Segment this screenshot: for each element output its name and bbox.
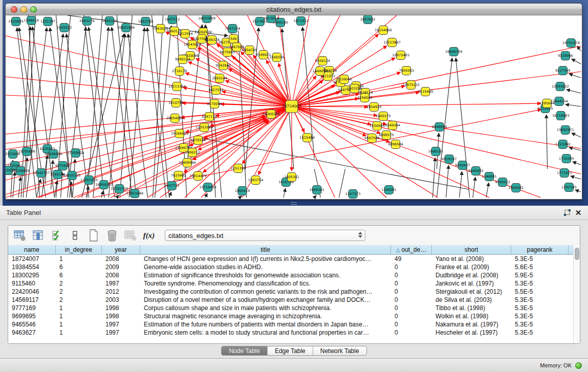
graph-node[interactable]: 16033809	[198, 15, 215, 23]
cell-in_degree[interactable]: 6	[56, 272, 102, 279]
rows-button[interactable]	[69, 229, 82, 242]
cell-short[interactable]: Hescheler et al. (1997)	[432, 329, 511, 336]
select-all-button[interactable]	[50, 229, 63, 242]
cell-in_degree[interactable]: 1	[56, 304, 102, 312]
cell-in_degree[interactable]: 2	[56, 280, 102, 287]
graph-node[interactable]: 8549304	[385, 121, 400, 130]
column-header-title[interactable]: title	[140, 245, 391, 254]
cell-title[interactable]: Investigating the contribution of common…	[140, 288, 391, 295]
cell-short[interactable]: Dudbridge et al. (2008)	[432, 272, 511, 279]
table-row[interactable]: 2242004622012Investigating the contribut…	[8, 288, 573, 296]
table-row[interactable]: 911546021997Tourette syndrome. Phenomeno…	[8, 279, 573, 288]
cell-out_de[interactable]: 0	[391, 296, 432, 303]
graph-node[interactable]: 15716485	[199, 183, 216, 192]
cell-pagerank[interactable]: 5.3E-5	[511, 304, 569, 312]
cell-out_de[interactable]: 0	[391, 313, 432, 320]
table-row[interactable]: 1872400712008Changes of HCN gene express…	[8, 255, 573, 263]
cell-title[interactable]: Structural magnetic resonance image aver…	[140, 313, 391, 320]
graph-node[interactable]: 15692971	[557, 126, 574, 135]
table-row[interactable]: 1830029562008Estimation of significance …	[8, 271, 573, 279]
cell-short[interactable]: Nakamura et al. (1997)	[432, 321, 511, 328]
graph-node[interactable]: 12342757	[32, 169, 50, 178]
cell-title[interactable]: Estimation of significance thresholds fo…	[140, 272, 391, 279]
cell-short[interactable]: Stergiakouli et al. (2012)	[432, 288, 511, 295]
column-header-short[interactable]: short	[432, 245, 511, 254]
cell-year[interactable]: 1998	[102, 313, 140, 320]
cell-title[interactable]: Corpus callosum shape and size in male p…	[140, 304, 391, 312]
graph-node[interactable]: 1245091	[381, 186, 397, 194]
delete-table-button[interactable]	[105, 229, 119, 242]
cell-out_de[interactable]: 0	[391, 272, 432, 279]
graph-node[interactable]: 1548418	[24, 16, 39, 25]
cell-short[interactable]: Jankovic et al. (1997)	[432, 280, 511, 287]
cell-out_de[interactable]: 49	[391, 255, 432, 262]
graph-node[interactable]: 1604382	[509, 184, 524, 192]
graph-node[interactable]: 1247573	[345, 190, 361, 199]
graph-node[interactable]: 12213967	[383, 38, 401, 47]
cell-short[interactable]: Yano et al. (2008)	[432, 255, 511, 262]
table-row[interactable]: 969969511998Structural magnetic resonanc…	[8, 312, 573, 320]
function-builder-button[interactable]: f(x)	[142, 229, 156, 242]
cell-out_de[interactable]: 0	[391, 329, 432, 336]
cell-name[interactable]: 19384554	[8, 264, 56, 271]
graph-node[interactable]: 9227349	[555, 67, 571, 75]
graph-node[interactable]: 7485063	[399, 67, 414, 75]
graph-node[interactable]: 19654985	[166, 114, 184, 123]
graph-node[interactable]: 1071912	[293, 17, 309, 26]
graph-node[interactable]: 1710345	[559, 155, 574, 163]
cell-out_de[interactable]: 0	[391, 280, 432, 287]
cell-year[interactable]: 2008	[102, 255, 140, 262]
table-row[interactable]: 946554611997Estimation of the future num…	[8, 320, 573, 329]
cell-title[interactable]: Embryonic stem cells: a model to study s…	[140, 329, 391, 336]
cell-in_degree[interactable]: 1	[56, 313, 102, 320]
cell-pagerank[interactable]: 5.3E-5	[511, 255, 569, 262]
cell-name[interactable]: 18300295	[8, 272, 56, 279]
graph-node[interactable]: 12213384	[168, 82, 186, 91]
graph-node[interactable]: 546	[229, 35, 238, 43]
tab-network-table[interactable]: Network Table	[313, 346, 366, 355]
cell-pagerank[interactable]: 5.3E-5	[511, 313, 569, 320]
graph-node[interactable]: 16154808	[375, 26, 392, 35]
graph-node[interactable]: 17359924	[67, 149, 84, 158]
cell-short[interactable]: de Silva et al. (2003)	[432, 296, 511, 303]
cell-name[interactable]: 9465546	[8, 321, 56, 328]
column-header-name[interactable]: name	[8, 245, 56, 254]
cell-short[interactable]: Tibbo et al. (1998)	[432, 304, 511, 312]
table-row[interactable]: 977716911998Corpus callosum shape and si…	[8, 304, 573, 312]
cell-title[interactable]: Genome-wide association studies in ADHD.	[140, 264, 391, 271]
cell-short[interactable]: Franke et al. (2009)	[432, 264, 511, 271]
cell-year[interactable]: 1997	[102, 321, 140, 328]
table-row[interactable]: 1938455462009Genome-wide association stu…	[8, 263, 573, 271]
graph-node[interactable]: 9115460	[418, 87, 433, 96]
select-column-button[interactable]	[32, 229, 45, 242]
graph-node[interactable]: 12093822	[552, 82, 569, 91]
graph-node[interactable]: 9450437	[455, 161, 470, 170]
panel-divider-grip[interactable]	[291, 202, 297, 205]
graph-node[interactable]: 2457771	[164, 182, 180, 190]
cell-year[interactable]: 1997	[102, 329, 140, 336]
cell-pagerank[interactable]: 5.3E-5	[511, 329, 569, 336]
graph-node[interactable]: 2803144	[212, 74, 227, 83]
cell-pagerank[interactable]: 5.3E-5	[511, 280, 569, 287]
cell-title[interactable]: Disruption of a novel member of a sodium…	[140, 296, 391, 303]
graph-node[interactable]: 1854920	[366, 103, 382, 112]
graph-node[interactable]: 15291686	[18, 147, 35, 156]
cell-in_degree[interactable]: 2	[56, 296, 102, 303]
graph-node[interactable]: 8427552	[208, 86, 224, 95]
graph-node[interactable]: 8854749	[242, 46, 257, 55]
graph-node[interactable]: 1771023	[557, 169, 572, 178]
tab-node-table[interactable]: Node Table	[222, 346, 268, 355]
cell-name[interactable]: 9463627	[8, 329, 56, 336]
graph-node[interactable]: 7857224	[225, 25, 241, 33]
graph-node[interactable]: 16210643	[552, 112, 570, 120]
table-row[interactable]: 1456911722003Disruption of a novel membe…	[8, 296, 573, 304]
cell-short[interactable]: Wolkin et al. (1998)	[432, 313, 511, 320]
graph-node[interactable]: 1588556	[269, 53, 285, 62]
graph-node[interactable]: 8099575	[379, 131, 394, 140]
cell-year[interactable]: 1998	[102, 304, 140, 312]
cell-name[interactable]: 9115460	[8, 280, 56, 287]
cell-pagerank[interactable]: 5.5E-5	[511, 288, 569, 295]
graph-node[interactable]: 8096504	[388, 140, 403, 149]
graph-node[interactable]: 20691406	[117, 24, 135, 32]
graph-node[interactable]: 2520695	[8, 17, 24, 26]
